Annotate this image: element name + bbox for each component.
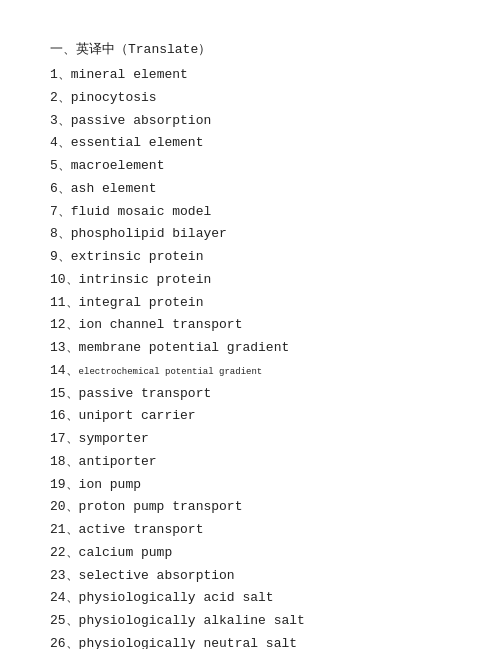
list-item: 18、antiporter — [50, 451, 452, 474]
item-text: antiporter — [79, 454, 157, 469]
item-text: passive transport — [79, 386, 212, 401]
item-text: proton pump transport — [79, 499, 243, 514]
item-number: 5、 — [50, 158, 71, 173]
list-item: 12、ion channel transport — [50, 314, 452, 337]
list-item: 22、calcium pump — [50, 542, 452, 565]
list-item: 16、uniport carrier — [50, 405, 452, 428]
item-number: 6、 — [50, 181, 71, 196]
list-item: 13、membrane potential gradient — [50, 337, 452, 360]
list-item: 20、proton pump transport — [50, 496, 452, 519]
list-item: 8、phospholipid bilayer — [50, 223, 452, 246]
list-item: 6、ash element — [50, 178, 452, 201]
list-item: 24、physiologically acid salt — [50, 587, 452, 610]
item-number: 2、 — [50, 90, 71, 105]
item-number: 24、 — [50, 590, 79, 605]
list-item: 9、extrinsic protein — [50, 246, 452, 269]
item-text: extrinsic protein — [71, 249, 204, 264]
item-text: intrinsic protein — [79, 272, 212, 287]
list-item: 23、selective absorption — [50, 565, 452, 588]
item-text: pinocytosis — [71, 90, 157, 105]
list-item: 7、fluid mosaic model — [50, 201, 452, 224]
item-text: physiologically alkaline salt — [79, 613, 305, 628]
item-number: 22、 — [50, 545, 79, 560]
item-text: ion channel transport — [79, 317, 243, 332]
item-number: 26、 — [50, 636, 79, 649]
item-number: 10、 — [50, 272, 79, 287]
section-title: 一、英译中（Translate） — [50, 40, 452, 58]
list-item: 14、electrochemical potential gradient — [50, 360, 452, 383]
list-item: 10、intrinsic protein — [50, 269, 452, 292]
list-item: 25、physiologically alkaline salt — [50, 610, 452, 633]
item-text: selective absorption — [79, 568, 235, 583]
list-item: 4、essential element — [50, 132, 452, 155]
list-item: 17、symporter — [50, 428, 452, 451]
item-number: 18、 — [50, 454, 79, 469]
item-number: 23、 — [50, 568, 79, 583]
item-text: calcium pump — [79, 545, 173, 560]
item-text: electrochemical potential gradient — [79, 367, 263, 377]
item-number: 8、 — [50, 226, 71, 241]
item-text: symporter — [79, 431, 149, 446]
item-number: 16、 — [50, 408, 79, 423]
item-number: 13、 — [50, 340, 79, 355]
item-text: phospholipid bilayer — [71, 226, 227, 241]
item-text: passive absorption — [71, 113, 211, 128]
list-item: 15、passive transport — [50, 383, 452, 406]
item-text: mineral element — [71, 67, 188, 82]
list-item: 2、pinocytosis — [50, 87, 452, 110]
item-text: ion pump — [79, 477, 141, 492]
item-number: 11、 — [50, 295, 79, 310]
item-text: membrane potential gradient — [79, 340, 290, 355]
item-number: 17、 — [50, 431, 79, 446]
item-text: physiologically neutral salt — [79, 636, 297, 649]
item-text: physiologically acid salt — [79, 590, 274, 605]
item-number: 4、 — [50, 135, 71, 150]
item-number: 20、 — [50, 499, 79, 514]
item-text: active transport — [79, 522, 204, 537]
list-item: 3、passive absorption — [50, 110, 452, 133]
item-number: 25、 — [50, 613, 79, 628]
item-number: 14、 — [50, 363, 79, 378]
item-text: essential element — [71, 135, 204, 150]
list-item: 21、active transport — [50, 519, 452, 542]
list-item: 26、physiologically neutral salt — [50, 633, 452, 649]
item-number: 12、 — [50, 317, 79, 332]
item-text: macroelement — [71, 158, 165, 173]
item-number: 3、 — [50, 113, 71, 128]
item-number: 21、 — [50, 522, 79, 537]
item-text: ash element — [71, 181, 157, 196]
item-number: 15、 — [50, 386, 79, 401]
items-list: 1、mineral element2、pinocytosis3、passive … — [50, 64, 452, 649]
list-item: 5、macroelement — [50, 155, 452, 178]
item-text: fluid mosaic model — [71, 204, 211, 219]
item-text: uniport carrier — [79, 408, 196, 423]
list-item: 19、ion pump — [50, 474, 452, 497]
item-number: 9、 — [50, 249, 71, 264]
list-item: 11、integral protein — [50, 292, 452, 315]
list-item: 1、mineral element — [50, 64, 452, 87]
item-number: 1、 — [50, 67, 71, 82]
item-number: 7、 — [50, 204, 71, 219]
item-text: integral protein — [79, 295, 204, 310]
item-number: 19、 — [50, 477, 79, 492]
